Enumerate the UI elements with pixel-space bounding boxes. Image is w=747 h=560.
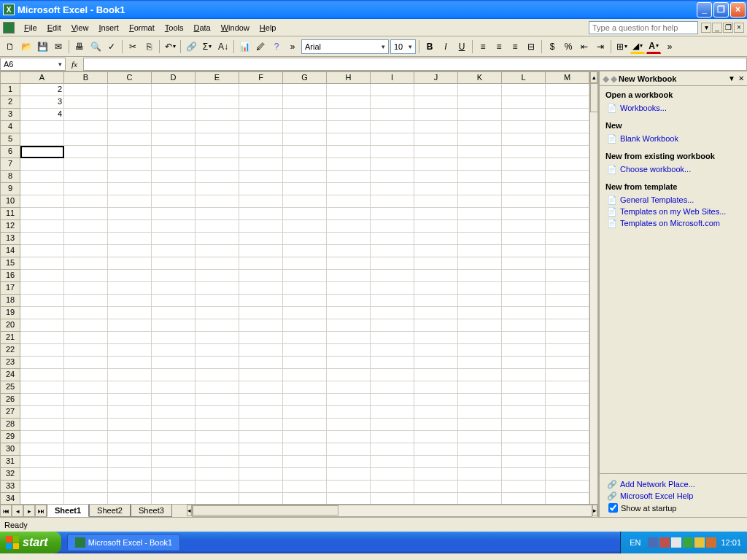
cell-E33[interactable] [196,481,239,493]
cell-I9[interactable] [371,183,414,195]
row-header-9[interactable]: 9 [0,183,20,195]
column-header-C[interactable]: C [108,71,152,84]
cell-G24[interactable] [283,369,327,381]
cell-D10[interactable] [152,195,196,208]
cell-I19[interactable] [371,307,414,319]
cell-L34[interactable] [502,493,546,504]
cell-L1[interactable] [502,84,546,96]
cell-I32[interactable] [371,468,414,481]
cell-A34[interactable] [20,493,64,504]
row-header-28[interactable]: 28 [0,419,20,431]
cell-D2[interactable] [152,96,196,109]
cell-K31[interactable] [458,456,502,468]
cell-E27[interactable] [196,406,239,419]
cell-A13[interactable] [20,233,64,245]
cell-A30[interactable] [20,443,64,456]
cell-M32[interactable] [546,468,589,481]
cell-K6[interactable] [458,146,502,158]
cell-J16[interactable] [414,270,458,282]
cell-K16[interactable] [458,270,502,282]
cell-E25[interactable] [196,381,239,394]
cell-I8[interactable] [371,171,414,183]
cell-A18[interactable] [20,295,64,307]
cell-B6[interactable] [64,146,108,158]
cell-H33[interactable] [327,481,371,493]
cell-D14[interactable] [152,245,196,257]
font-size-combo[interactable]: 10 [390,39,416,54]
hscroll-thumb[interactable] [193,505,338,516]
cell-K22[interactable] [458,344,502,357]
cell-H29[interactable] [327,431,371,443]
cell-A33[interactable] [20,481,64,493]
cell-K8[interactable] [458,171,502,183]
cell-L12[interactable] [502,220,546,233]
cell-L31[interactable] [502,456,546,468]
row-header-30[interactable]: 30 [0,443,20,456]
name-box[interactable]: A6 [0,58,66,71]
sheet-tab-sheet2[interactable]: Sheet2 [89,505,131,517]
task-link[interactable]: 📄General Templates... [605,194,741,206]
taskbar-app-excel[interactable]: Microsoft Excel - Book1 [67,534,181,551]
cell-F29[interactable] [239,431,283,443]
merge-center-icon[interactable]: ⊟ [524,39,538,54]
cell-L11[interactable] [502,208,546,220]
cell-M21[interactable] [546,332,589,344]
cell-L10[interactable] [502,195,546,208]
cell-G14[interactable] [283,245,327,257]
cell-J19[interactable] [414,307,458,319]
bold-icon[interactable]: B [422,39,437,54]
cell-H1[interactable] [327,84,371,96]
scroll-up-icon[interactable]: ▴ [590,71,597,83]
cell-G27[interactable] [283,406,327,419]
cell-B11[interactable] [64,208,108,220]
cell-M27[interactable] [546,406,589,419]
row-header-12[interactable]: 12 [0,220,20,233]
cell-F25[interactable] [239,381,283,394]
cell-C34[interactable] [108,493,152,504]
cell-E4[interactable] [196,121,239,133]
cell-L20[interactable] [502,319,546,332]
cell-I22[interactable] [371,344,414,357]
cell-J4[interactable] [414,121,458,133]
cell-G30[interactable] [283,443,327,456]
cell-H27[interactable] [327,406,371,419]
cell-E10[interactable] [196,195,239,208]
cell-D25[interactable] [152,381,196,394]
hyperlink-icon[interactable]: 🔗 [184,39,198,54]
cell-F18[interactable] [239,295,283,307]
cell-L17[interactable] [502,282,546,295]
cell-F9[interactable] [239,183,283,195]
cell-D1[interactable] [152,84,196,96]
cell-B20[interactable] [64,319,108,332]
chart-wizard-icon[interactable]: 📊 [237,39,252,54]
cell-F10[interactable] [239,195,283,208]
cell-I14[interactable] [371,245,414,257]
cell-B7[interactable] [64,158,108,171]
cell-I27[interactable] [371,406,414,419]
column-header-E[interactable]: E [196,71,239,84]
cell-B9[interactable] [64,183,108,195]
cell-H14[interactable] [327,245,371,257]
start-button[interactable]: start [0,532,61,553]
cell-I10[interactable] [371,195,414,208]
cell-C19[interactable] [108,307,152,319]
cell-K19[interactable] [458,307,502,319]
cell-G7[interactable] [283,158,327,171]
cell-C6[interactable] [108,146,152,158]
cell-M7[interactable] [546,158,589,171]
cell-L21[interactable] [502,332,546,344]
cell-B10[interactable] [64,195,108,208]
row-header-22[interactable]: 22 [0,344,20,357]
cell-J26[interactable] [414,394,458,406]
cell-G9[interactable] [283,183,327,195]
cell-C3[interactable] [108,109,152,121]
align-left-icon[interactable]: ≡ [476,39,490,54]
row-header-14[interactable]: 14 [0,245,20,257]
cell-L15[interactable] [502,257,546,270]
cell-J30[interactable] [414,443,458,456]
cell-D23[interactable] [152,357,196,369]
cell-G20[interactable] [283,319,327,332]
cell-C7[interactable] [108,158,152,171]
cell-M3[interactable] [546,109,589,121]
tab-nav-first-icon[interactable]: ⏮ [0,505,12,517]
